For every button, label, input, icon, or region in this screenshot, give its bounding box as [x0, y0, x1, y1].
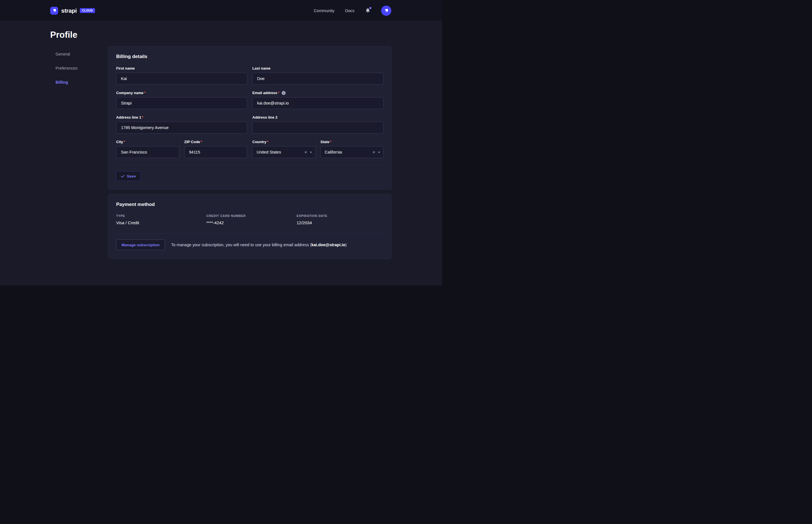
- nav-link-community[interactable]: Community: [314, 9, 334, 13]
- country-label: Country*: [252, 140, 316, 144]
- city-field[interactable]: [116, 146, 179, 158]
- company-name-group: Company name*: [116, 91, 247, 109]
- required-marker: *: [330, 140, 331, 144]
- address-line2-field[interactable]: [252, 122, 383, 133]
- state-label: State*: [321, 140, 384, 144]
- first-name-field[interactable]: [116, 73, 247, 84]
- sidebar-item-general[interactable]: General: [55, 52, 108, 56]
- company-name-label: Company name*: [116, 91, 247, 95]
- clear-icon[interactable]: ✕: [304, 150, 307, 154]
- payment-type-label: TYPE: [116, 214, 206, 217]
- manage-subscription-button[interactable]: Manage subscription: [116, 240, 165, 250]
- address-line1-label: Address line 1*: [116, 115, 247, 119]
- payment-info: TYPE Visa / Credit CREDIT CARD NUMBER **…: [116, 214, 383, 225]
- required-marker: *: [278, 91, 279, 95]
- zip-field[interactable]: [185, 146, 248, 158]
- page-title: Profile: [50, 30, 392, 40]
- billing-details-title: Billing details: [116, 54, 383, 60]
- required-marker: *: [267, 140, 268, 144]
- address-line1-group: Address line 1*: [116, 115, 247, 133]
- payment-card-number: CREDIT CARD NUMBER ****-4242: [206, 214, 297, 225]
- address-line2-label: Address line 2: [252, 115, 383, 119]
- notification-dot-icon: [369, 7, 371, 9]
- zip-label: ZIP Code*: [185, 140, 248, 144]
- state-group: State* California ✕ ▾: [321, 140, 384, 158]
- chevron-down-icon[interactable]: ▾: [378, 151, 380, 154]
- city-label: City*: [116, 140, 179, 144]
- required-marker: *: [142, 115, 143, 119]
- sidebar-item-preferences[interactable]: Preferences: [55, 66, 108, 70]
- strapi-logo-icon: [50, 7, 58, 15]
- address-line2-group: Address line 2: [252, 115, 383, 133]
- expiration-value: 12/2034: [297, 220, 383, 225]
- payment-divider: [116, 233, 383, 234]
- last-name-field[interactable]: [252, 73, 383, 84]
- clear-icon[interactable]: ✕: [372, 150, 376, 154]
- zip-group: ZIP Code*: [185, 140, 248, 158]
- address-line1-field[interactable]: [116, 122, 247, 133]
- state-select-value: California: [325, 150, 370, 154]
- country-group: Country* United States ✕ ▾: [252, 140, 316, 158]
- check-icon: [121, 175, 125, 178]
- sidebar-item-billing[interactable]: Billing: [55, 80, 108, 84]
- country-select-value: United States: [257, 150, 301, 154]
- card-number-value: ****-4242: [206, 220, 297, 225]
- first-name-group: First name: [116, 66, 247, 84]
- payment-type-value: Visa / Credit: [116, 220, 206, 225]
- profile-subnav: General Preferences Billing: [50, 46, 108, 259]
- required-marker: *: [201, 140, 202, 144]
- chevron-down-icon[interactable]: ▾: [310, 151, 312, 154]
- manage-subscription-note: To manage your subscription, you will ne…: [171, 243, 347, 247]
- top-navbar: strapi CLOUD Community Docs: [0, 0, 442, 21]
- email-label: Email address* i: [252, 91, 383, 95]
- city-group: City*: [116, 140, 179, 158]
- payment-method-title: Payment method: [116, 202, 383, 207]
- form-divider: [116, 165, 383, 166]
- cloud-badge: CLOUD: [80, 8, 95, 13]
- strapi-logo[interactable]: strapi CLOUD: [50, 7, 95, 15]
- country-select[interactable]: United States ✕ ▾: [252, 146, 316, 158]
- info-icon[interactable]: i: [282, 91, 286, 95]
- brand-name: strapi: [61, 7, 77, 14]
- user-avatar[interactable]: [381, 6, 391, 16]
- last-name-group: Last name: [252, 66, 383, 84]
- email-group: Email address* i: [252, 91, 383, 109]
- state-select[interactable]: California ✕ ▾: [321, 146, 384, 158]
- nav-link-docs[interactable]: Docs: [345, 9, 354, 13]
- payment-method-card: Payment method TYPE Visa / Credit CREDIT…: [108, 194, 392, 259]
- required-marker: *: [144, 91, 145, 95]
- payment-type: TYPE Visa / Credit: [116, 214, 206, 225]
- save-button[interactable]: Save: [116, 171, 141, 181]
- card-number-label: CREDIT CARD NUMBER: [206, 214, 297, 217]
- avatar-strapi-icon: [384, 9, 388, 13]
- email-field[interactable]: [252, 97, 383, 109]
- billing-details-card: Billing details First name Last name Com…: [108, 46, 392, 190]
- payment-expiration: EXPIRATION DATE 12/2034: [297, 214, 383, 225]
- expiration-label: EXPIRATION DATE: [297, 214, 383, 217]
- company-name-field[interactable]: [116, 97, 247, 109]
- required-marker: *: [124, 140, 125, 144]
- last-name-label: Last name: [252, 66, 383, 70]
- billing-email: kai.doe@strapi.io: [311, 243, 345, 247]
- first-name-label: First name: [116, 66, 247, 70]
- notifications-button[interactable]: [365, 7, 370, 14]
- billing-form: First name Last name Company name*: [116, 66, 383, 158]
